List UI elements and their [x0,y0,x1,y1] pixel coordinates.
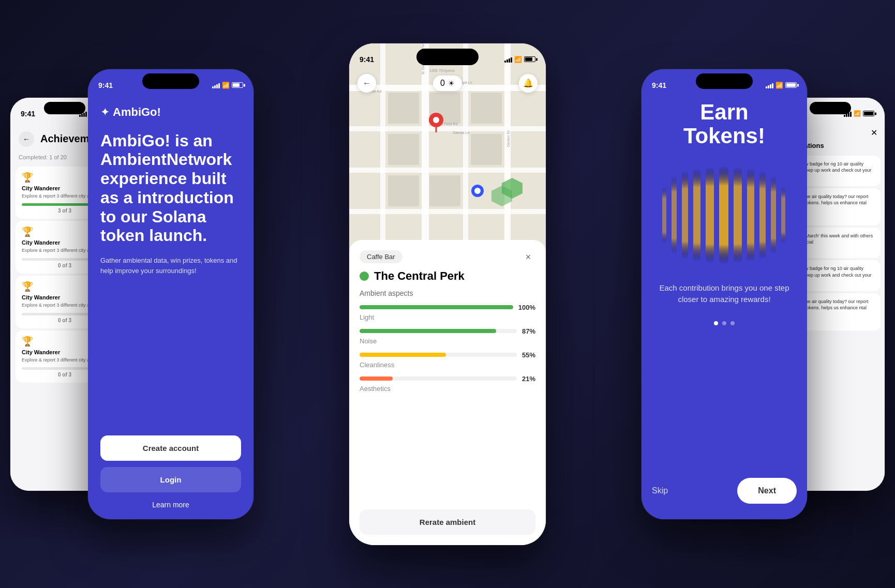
battery-icon-3 [524,56,535,62]
status-icons-3: 📶 [504,56,535,63]
svg-rect-40 [771,176,776,254]
ambigo-content: ✦ AmbiGo! AmbiGo! is an AmbientNetwork e… [88,69,253,519]
metric-bar-fill-aes [360,376,393,381]
back-button-1[interactable]: ← [19,131,34,147]
place-dot [360,272,369,281]
metric-name-aes: Aesthetics [360,385,401,393]
bottom-sheet: Caffe Bar × The Central Perk Ambient asp… [349,240,546,545]
ambigo-logo: ✦ AmbiGo! [100,105,241,119]
wifi-icon-5: 📶 [854,110,861,117]
metric-bar-fill-clean [360,353,446,357]
svg-rect-41 [781,187,785,244]
place-name-text: The Central Perk [374,269,465,283]
svg-rect-18 [429,175,460,206]
metric-bar-bg-noise [360,329,517,333]
phone-ambigo: 9:41 📶 ✦ AmbiGo! AmbiGo! is an AmbientNe [88,69,253,519]
place-name: The Central Perk [360,269,535,283]
close-button[interactable]: × [521,250,535,265]
metric-name-noise: Noise [360,337,401,345]
rerate-button[interactable]: Rerate ambient [360,509,535,535]
map-back-button[interactable]: ← [357,74,376,93]
metric-bar-fill-light [360,305,513,309]
svg-rect-15 [388,134,419,165]
wifi-icon-2: 📶 [222,82,230,89]
time-3: 9:41 [360,55,374,64]
metric-pct-noise: 87% [522,327,535,335]
svg-rect-17 [471,93,502,124]
metric-bar-bg-aes [360,376,517,381]
create-account-button[interactable]: Create account [100,435,241,461]
dynamic-island-5 [810,102,851,114]
svg-rect-19 [388,175,419,206]
svg-rect-33 [682,171,688,259]
dot-2 [722,321,726,325]
svg-rect-38 [747,169,754,262]
time-1: 9:41 [21,110,35,118]
svg-rect-31 [662,187,666,244]
earn-title: EarnTokens! [683,100,765,148]
metric-bar-fill-noise [360,329,496,333]
svg-rect-35 [706,167,714,263]
phone-earn: 9:41 📶 EarnTokens! [642,69,807,519]
dot-3 [730,321,735,325]
wifi-icon-3: 📶 [514,56,522,63]
map-header: ← 0 ☀ 🔔 [349,72,546,95]
status-icons-2: 📶 [212,82,243,89]
time-2: 9:41 [98,81,113,89]
metric-name-clean: Cleanliness [360,361,401,369]
svg-rect-13 [388,93,419,124]
metric-pct-clean: 55% [522,351,535,359]
earn-subtitle: Each contribution brings you one step cl… [652,282,797,306]
close-icon-5[interactable]: ✕ [871,128,877,138]
metric-light: 100% Light [360,304,535,321]
time-4: 9:41 [652,81,666,89]
dots-indicator [714,321,735,325]
metric-bar-bg-light [360,305,513,309]
metric-pct-light: 100% [518,304,535,311]
signal-icon-4 [766,82,773,88]
skip-button[interactable]: Skip [652,486,668,495]
svg-text:Glenda Ln: Glenda Ln [453,131,469,134]
earn-svg [657,166,792,264]
svg-rect-34 [693,169,700,262]
dynamic-island-2 [142,73,199,89]
ambigo-subtext: Gather ambiental data, win prizes, token… [100,255,241,418]
phone-map: 9:41 📶 [349,43,546,545]
caffe-tag: Caffe Bar [360,250,402,263]
metric-name-light: Light [360,313,401,321]
bell-button[interactable]: 🔔 [519,74,538,93]
battery-icon-4 [785,82,797,88]
next-button[interactable]: Next [737,478,797,504]
battery-icon-5 [863,111,874,116]
token-icon-3: ☀ [448,79,455,87]
token-count-3: 0 [440,79,445,88]
dynamic-island-4 [696,73,753,89]
ambigo-logo-text: AmbiGo! [113,105,161,119]
dot-1 [714,321,718,325]
metric-bar-bg-clean [360,353,517,357]
login-button[interactable]: Login [100,467,241,492]
svg-rect-3 [349,168,546,173]
svg-point-28 [474,188,481,194]
earn-visual [657,163,792,267]
dynamic-island-3 [416,49,479,65]
svg-rect-32 [672,176,677,254]
svg-rect-36 [719,166,728,264]
dynamic-island-1 [44,102,85,114]
metric-aesthetics: 21% Aesthetics [360,375,535,393]
svg-point-25 [433,117,439,123]
wifi-icon-4: 📶 [775,82,783,89]
scene: 9:41 ▲ ← Achievements Completed: 1 of 20 [0,0,895,588]
signal-icon-3 [504,56,512,63]
metric-pct-aes: 21% [522,375,535,383]
learn-more-link[interactable]: Learn more [100,501,241,519]
earn-content: EarnTokens! [642,69,807,519]
svg-rect-2 [349,126,546,131]
svg-rect-4 [349,209,546,214]
token-badge-3: 0 ☀ [433,76,462,91]
svg-text:Denton Dr: Denton Dr [506,130,510,147]
signal-icon-2 [212,82,220,88]
ambient-label: Ambient aspects [360,289,535,297]
metric-noise: 87% Noise [360,327,535,345]
svg-rect-16 [471,134,502,165]
